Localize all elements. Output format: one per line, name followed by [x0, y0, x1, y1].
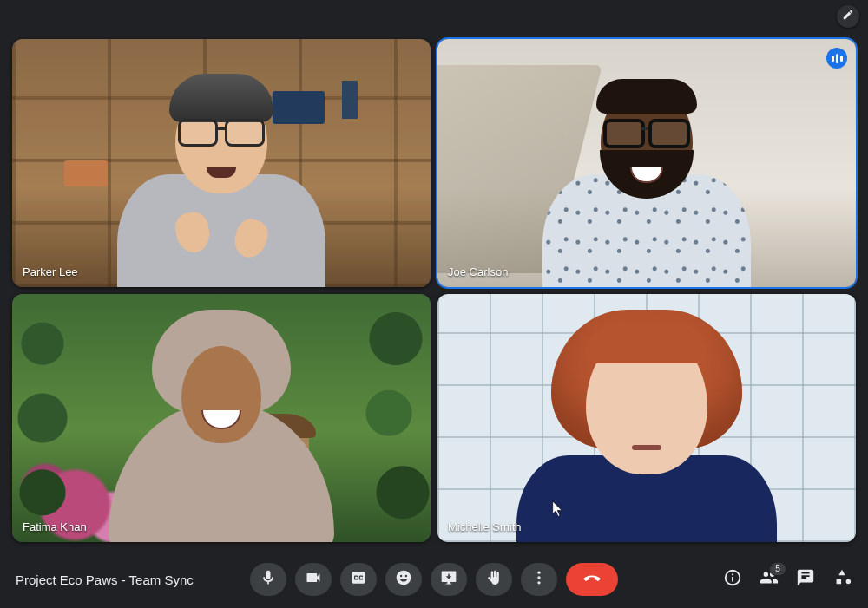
raise-hand-icon: [485, 569, 503, 590]
video-feed: [437, 39, 856, 287]
participant-tile[interactable]: Joe Carlson: [437, 39, 856, 287]
video-feed: [12, 39, 431, 287]
svg-point-2: [537, 581, 540, 584]
call-controls: [250, 563, 618, 596]
reactions-button[interactable]: [385, 563, 422, 596]
meeting-info-button[interactable]: [722, 569, 743, 590]
captions-button[interactable]: [340, 563, 377, 596]
meet-app: Parker Lee Joe Carlson: [0, 0, 868, 608]
more-vert-icon: [530, 569, 548, 590]
svg-point-0: [537, 572, 540, 574]
side-panel-controls: 5: [722, 569, 852, 590]
camera-toggle-button[interactable]: [295, 563, 332, 596]
activities-shapes-icon: [832, 568, 852, 591]
chat-panel-button[interactable]: [795, 569, 816, 590]
participant-tile[interactable]: Fatima Khan: [12, 294, 431, 542]
camera-icon: [305, 569, 322, 590]
participant-name: Joe Carlson: [448, 265, 508, 278]
video-feed: [12, 294, 431, 542]
end-call-button[interactable]: [566, 563, 618, 596]
people-count-badge: 5: [769, 562, 786, 576]
mic-icon: [260, 569, 277, 590]
participant-tile[interactable]: Parker Lee: [12, 39, 431, 287]
participant-name: Michelle Smith: [448, 520, 522, 533]
edit-layout-button[interactable]: [837, 5, 859, 28]
participant-name: Fatima Khan: [23, 520, 87, 533]
activities-panel-button[interactable]: [832, 569, 852, 590]
participant-grid: Parker Lee Joe Carlson: [12, 39, 856, 542]
bottom-toolbar: Project Eco Paws - Team Sync: [0, 551, 868, 608]
participant-name: Parker Lee: [23, 265, 78, 278]
video-feed: [437, 294, 856, 542]
call-end-icon: [583, 569, 601, 590]
audio-level-icon: [826, 48, 847, 69]
raise-hand-button[interactable]: [476, 563, 512, 596]
info-icon: [723, 568, 742, 591]
meeting-title: Project Eco Paws - Team Sync: [16, 572, 194, 587]
present-button[interactable]: [431, 563, 467, 596]
emoji-icon: [395, 569, 412, 590]
present-screen-icon: [440, 569, 457, 590]
svg-point-1: [537, 576, 540, 579]
mic-toggle-button[interactable]: [250, 563, 286, 596]
pencil-icon: [842, 9, 854, 24]
chat-icon: [796, 568, 815, 591]
closed-captions-icon: [350, 569, 367, 590]
participant-tile[interactable]: Michelle Smith: [437, 294, 856, 542]
more-options-button[interactable]: [521, 563, 557, 596]
people-panel-button[interactable]: 5: [759, 569, 779, 590]
